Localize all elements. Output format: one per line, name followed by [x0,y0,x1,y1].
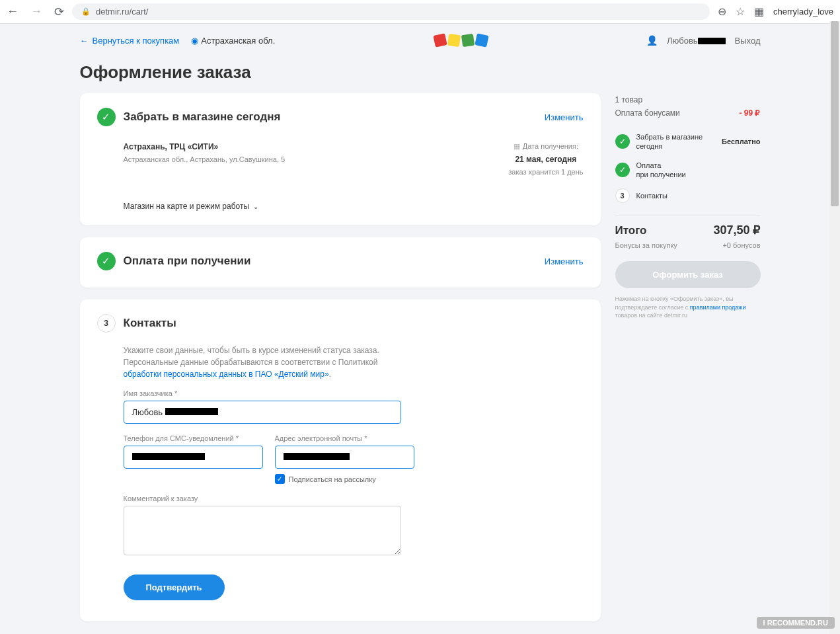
name-label: Имя заказчика * [124,389,584,397]
pickup-change-link[interactable]: Изменить [545,112,584,122]
map-toggle[interactable]: Магазин на карте и режим работы⌄ [97,189,584,211]
order-disclaimer: Нажимая на кнопку «Оформить заказ», вы п… [615,295,761,320]
comment-label: Комментарий к заказу [124,495,584,502]
checkbox-checked-icon: ✓ [275,474,285,484]
phone-input[interactable] [124,446,263,469]
zoom-icon[interactable]: ⊖ [718,5,726,18]
confirm-button[interactable]: Подтвердить [124,575,225,600]
payment-change-link[interactable]: Изменить [545,257,584,266]
lock-icon: 🔒 [81,7,91,16]
watermark: I RECOMMEND.RU [757,617,835,629]
chevron-down-icon: ⌄ [253,203,258,210]
pin-icon: ◉ [191,36,198,46]
forward-icon[interactable]: → [30,5,42,19]
check-icon: ✓ [615,163,630,177]
total-value: 307,50 ₽ [713,223,760,237]
payment-title: Оплата при получении [124,255,537,268]
summary-step-payment: ✓ Оплатапри получении [615,156,761,184]
back-icon[interactable]: ← [7,5,19,19]
pickup-date: 21 мая, сегодня [508,155,583,164]
summary-step-contacts: 3 Контакты [615,184,761,208]
bonus-pay-value: - 99 ₽ [739,108,760,118]
calendar-icon: ▦ [514,142,520,151]
check-icon: ✓ [615,134,630,149]
summary-step-pickup: ✓ Забрать в магазинесегодня Бесплатно [615,128,761,156]
store-name: Астрахань, ТРЦ «СИТИ» [124,142,489,151]
url-bar[interactable]: 🔒 detmir.ru/cart/ [72,3,710,20]
extension-icon[interactable]: ▦ [754,5,764,18]
payment-card: ✓ Оплата при получении Изменить [80,237,601,288]
check-icon: ✓ [97,108,116,126]
site-logo[interactable] [434,34,488,46]
privacy-policy-link[interactable]: обработки персональных данных в ПАО «Дет… [124,370,329,379]
vertical-scrollbar[interactable] [829,21,840,634]
phone-label: Телефон для СМС-уведомлений * [124,434,263,442]
bonus-earn-value: +0 бонусов [722,241,760,249]
page-title: Оформление заказа [80,62,761,83]
subscribe-checkbox[interactable]: ✓ Подписаться на рассылку [275,474,414,484]
name-input[interactable]: Любовь [124,401,401,424]
email-label: Адрес электронной почты * [275,434,414,442]
bonus-pay-label: Оплата бонусами [615,108,680,118]
order-summary: 1 товар Оплата бонусами - 99 ₽ ✓ Забрать… [615,93,761,320]
step-number: 3 [97,314,116,333]
url-text: detmir.ru/cart/ [96,7,148,17]
step-number: 3 [615,188,630,203]
pickup-title: Забрать в магазине сегодня [124,110,537,124]
browser-toolbar: ← → ⟳ 🔒 detmir.ru/cart/ ⊖ ☆ ▦ cherrylady… [0,0,840,24]
contacts-title: Контакты [124,317,584,330]
star-icon[interactable]: ☆ [736,5,745,18]
browser-profile[interactable]: cherrylady_love [773,7,833,17]
site-header: ← Вернуться к покупкам ◉ Астраханская об… [80,24,761,57]
arrow-left-icon: ← [80,36,89,46]
pickup-card: ✓ Забрать в магазине сегодня Изменить Ас… [80,93,601,225]
back-to-shopping-link[interactable]: ← Вернуться к покупкам [80,36,180,46]
region-selector[interactable]: ◉ Астраханская обл. [191,36,275,46]
reload-icon[interactable]: ⟳ [54,5,64,19]
email-input[interactable] [275,446,414,469]
comment-textarea[interactable] [124,506,401,555]
store-address: Астраханская обл., Астрахань, ул.Савушки… [124,155,489,163]
check-icon: ✓ [97,252,116,270]
contacts-description: Укажите свои данные, чтобы быть в курсе … [97,335,414,389]
logout-link[interactable]: Выход [735,36,761,46]
user-icon: 👤 [646,35,658,46]
total-label: Итого [615,224,647,237]
place-order-button[interactable]: Оформить заказ [615,261,761,288]
storage-note: заказ хранится 1 день [508,168,583,176]
items-count: 1 товар [615,95,643,104]
user-name[interactable]: Любовь [667,36,726,46]
sales-rules-link[interactable]: правилами продажи [690,304,746,311]
bonus-earn-label: Бонусы за покупку [615,241,677,249]
contacts-card: 3 Контакты Укажите свои данные, чтобы бы… [80,299,601,621]
